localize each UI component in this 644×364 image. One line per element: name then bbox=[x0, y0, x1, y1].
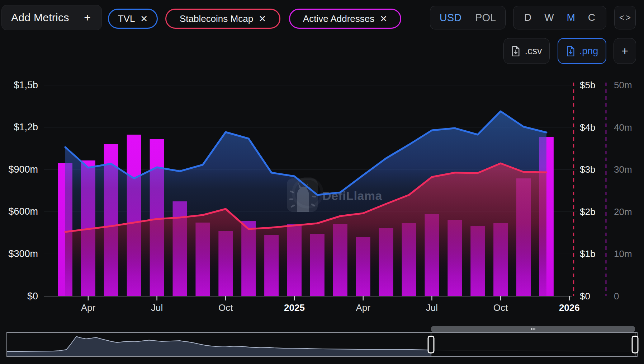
svg-text:$300m: $300m bbox=[8, 248, 38, 259]
svg-text:Oct: Oct bbox=[218, 302, 233, 313]
svg-text:40m: 40m bbox=[614, 122, 632, 133]
svg-text:$4b: $4b bbox=[580, 122, 595, 133]
svg-text:$2b: $2b bbox=[580, 206, 595, 217]
svg-text:Jul: Jul bbox=[426, 302, 438, 313]
svg-text:$0: $0 bbox=[580, 291, 590, 302]
svg-text:2025: 2025 bbox=[284, 302, 305, 313]
svg-text:$0: $0 bbox=[27, 291, 38, 302]
svg-text:$3b: $3b bbox=[580, 164, 595, 175]
svg-text:2026: 2026 bbox=[559, 302, 580, 313]
svg-text:0: 0 bbox=[614, 291, 619, 302]
svg-text:$1,5b: $1,5b bbox=[14, 80, 38, 90]
svg-text:$1b: $1b bbox=[580, 248, 595, 259]
svg-text:10m: 10m bbox=[614, 248, 632, 259]
svg-text:20m: 20m bbox=[614, 206, 632, 217]
svg-text:$5b: $5b bbox=[580, 80, 595, 90]
svg-text:50m: 50m bbox=[614, 80, 632, 90]
svg-text:DefiLlama: DefiLlama bbox=[322, 189, 383, 202]
svg-text:Oct: Oct bbox=[493, 302, 508, 313]
svg-text:$600m: $600m bbox=[8, 206, 38, 217]
svg-text:Apr: Apr bbox=[81, 302, 96, 313]
svg-text:Apr: Apr bbox=[356, 302, 370, 313]
svg-text:$900m: $900m bbox=[8, 164, 38, 175]
svg-text:$1,2b: $1,2b bbox=[14, 122, 38, 132]
svg-text:Jul: Jul bbox=[151, 302, 163, 313]
svg-text:30m: 30m bbox=[614, 164, 632, 175]
